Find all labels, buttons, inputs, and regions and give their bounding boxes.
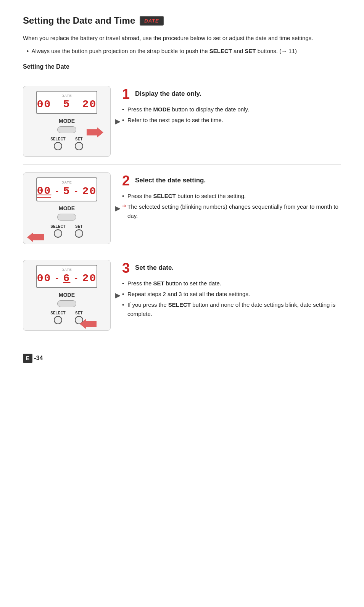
step-1-select-group: SELECT	[50, 137, 65, 150]
step-1-bottom-btns: SELECT SET	[50, 137, 83, 150]
steps-container: DATE 00 5 20 MODE SELECT	[23, 78, 341, 338]
sep2	[73, 100, 79, 109]
step-2-content: 2 Select the date setting. Press the SEL…	[122, 172, 341, 222]
step-2-title: Select the date setting.	[135, 174, 206, 185]
step-1-bullet-2: Refer to the next page to set the time.	[122, 116, 341, 125]
page-num-box: E	[23, 354, 32, 363]
step-3-row: DATE 00 - 6 - 20 MODE SELECT	[23, 252, 341, 338]
step-2-mode-btn	[57, 214, 76, 221]
step-2-select-btn	[54, 229, 62, 238]
intro-paragraph: When you replace the battery or travel a…	[23, 34, 341, 43]
step-2-set-label: SET	[75, 224, 82, 229]
step-3-mode-label: MODE	[59, 292, 75, 298]
step-1-set-group: SET	[75, 137, 83, 150]
section-title: Setting the Date	[23, 63, 341, 72]
step-2-right-pointer: ▶	[115, 204, 121, 213]
step-1-select-label: SELECT	[50, 137, 65, 141]
sep4: -	[73, 187, 79, 196]
step-3-header: 3 Set the date.	[122, 261, 341, 275]
step-1-content: 1 Display the date only. Press the MODE …	[122, 86, 341, 126]
digit-00: 00	[37, 98, 52, 110]
digit3-6: 6	[63, 272, 71, 284]
step-2-mode-label: MODE	[59, 205, 75, 211]
step-1-set-btn	[75, 142, 83, 150]
step-1-screen-digits: 00 5 20	[41, 98, 93, 110]
page-num-text: -34	[34, 355, 43, 362]
step-1-header: 1 Display the date only.	[122, 87, 341, 101]
step-1-bullet-1: Press the MODE button to display the dat…	[122, 105, 341, 114]
step-2-header: 2 Select the date setting.	[122, 174, 341, 188]
step-3-number: 3	[122, 261, 132, 275]
step-3-bottom-btns: SELECT SET	[50, 311, 83, 324]
sep6: -	[73, 274, 79, 283]
digit-5: 5	[63, 98, 71, 110]
digit-20: 20	[82, 98, 97, 110]
step-1-mode-label: MODE	[59, 118, 75, 124]
step-2-set-btn	[75, 229, 83, 238]
step-3-screen-digits: 00 - 6 - 20	[41, 272, 93, 284]
step-1-device-wrapper: DATE 00 5 20 MODE SELECT	[23, 86, 114, 157]
step-2-number: 2	[122, 174, 132, 188]
svg-marker-0	[87, 127, 103, 137]
step-3-bullet-3: If you press the SELECT button and none …	[122, 300, 341, 319]
step-1-number: 1	[122, 87, 132, 101]
page-footer: E -34	[23, 354, 341, 363]
sep3: -	[54, 187, 60, 196]
step-2-screen-digits: 00 - 5 - 20	[41, 185, 93, 198]
step-3-device: DATE 00 - 6 - 20 MODE SELECT	[23, 260, 111, 331]
svg-marker-1	[27, 232, 44, 242]
step-1-screen-label: DATE	[41, 94, 93, 98]
step-2-select-arrow	[27, 232, 44, 242]
step-1-right-pointer: ▶	[115, 117, 121, 126]
step-2-bullet-1: Press the SELECT button to select the se…	[122, 192, 341, 201]
step-2-row: DATE 00 - 5 - 20 MODE SELECT	[23, 165, 341, 252]
step-3-device-wrapper: DATE 00 - 6 - 20 MODE SELECT	[23, 260, 114, 331]
step-1-device: DATE 00 5 20 MODE SELECT	[23, 86, 111, 157]
intro-bullet: Always use the button push projection on…	[27, 47, 341, 56]
digit2-00: 00	[37, 185, 52, 198]
step-1-mode-btn	[57, 126, 76, 133]
digit3-20: 20	[82, 272, 97, 284]
step-1-mode-arrow	[87, 127, 103, 137]
step-2-bottom-btns: SELECT SET	[50, 224, 83, 238]
step-2-set-group: SET	[75, 224, 83, 238]
step-3-mode-btn	[57, 300, 76, 307]
page-header: Setting the Date and Time DATE	[23, 15, 341, 26]
sep5: -	[54, 274, 60, 283]
step-2-device-wrapper: DATE 00 - 5 - 20 MODE SELECT	[23, 172, 114, 244]
step-2-select-label: SELECT	[50, 224, 65, 229]
step-2-device: DATE 00 - 5 - 20 MODE SELECT	[23, 172, 111, 244]
step-3-title: Set the date.	[135, 261, 174, 272]
svg-marker-2	[80, 319, 97, 329]
step-2-bullet-2: The selected setting (blinking numbers) …	[122, 202, 341, 221]
step-3-select-label: SELECT	[50, 311, 65, 315]
step-1-set-label: SET	[75, 137, 82, 141]
step-3-screen-label: DATE	[41, 268, 93, 272]
step-3-select-group: SELECT	[50, 311, 65, 324]
step-2-select-group: SELECT	[50, 224, 65, 238]
step-1-row: DATE 00 5 20 MODE SELECT	[23, 78, 341, 165]
step-1-screen: DATE 00 5 20	[36, 91, 97, 114]
step-2-screen-label: DATE	[41, 180, 93, 184]
step-1-bullets: Press the MODE button to display the dat…	[122, 105, 341, 125]
step-3-bullet-1: Press the SET button to set the date.	[122, 279, 341, 288]
step-3-select-btn	[54, 316, 62, 324]
step-3-content: 3 Set the date. Press the SET button to …	[122, 260, 341, 320]
step-3-set-label: SET	[75, 311, 82, 315]
step-3-screen: DATE 00 - 6 - 20	[36, 265, 97, 288]
step-1-title: Display the date only.	[135, 87, 201, 98]
step-3-right-pointer: ▶	[115, 291, 121, 299]
date-badge: DATE	[140, 16, 163, 26]
step-2-screen: DATE 00 - 5 - 20	[36, 177, 97, 201]
step-3-bullets: Press the SET button to set the date. Re…	[122, 279, 341, 319]
digit2-5: 5	[63, 185, 71, 197]
step-3-bullet-2: Repeat steps 2 and 3 to set all the date…	[122, 290, 341, 299]
sep1	[54, 100, 60, 109]
digit3-00: 00	[37, 272, 52, 284]
step-2-bullets: Press the SELECT button to select the se…	[122, 192, 341, 221]
digit2-20: 20	[82, 185, 97, 197]
page-title: Setting the Date and Time	[23, 15, 135, 26]
step-1-select-btn	[54, 142, 62, 150]
step-3-set-arrow	[80, 319, 97, 329]
